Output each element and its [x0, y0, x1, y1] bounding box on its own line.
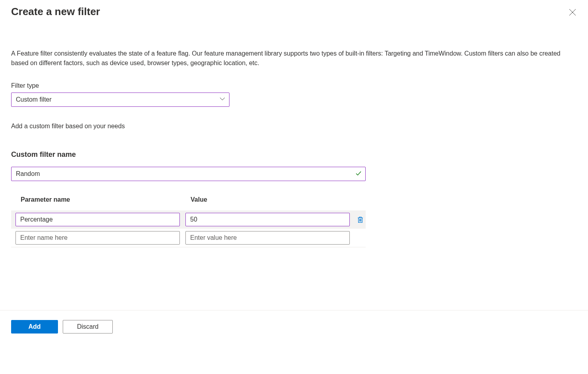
param-value-input-empty[interactable] — [185, 231, 350, 245]
discard-button[interactable]: Discard — [63, 320, 113, 334]
column-header-value: Value — [191, 196, 207, 203]
filter-type-select[interactable]: Custom filter — [11, 93, 229, 107]
param-name-input-empty[interactable] — [15, 231, 180, 245]
filter-type-label: Filter type — [11, 82, 577, 89]
column-header-name: Parameter name — [21, 196, 191, 203]
custom-filter-name-heading: Custom filter name — [11, 150, 577, 159]
param-name-input[interactable] — [15, 213, 180, 226]
delete-icon[interactable] — [355, 215, 365, 224]
divider — [11, 247, 366, 247]
description-text: A Feature filter consistently evaluates … — [11, 49, 577, 68]
param-value-input[interactable] — [185, 213, 350, 226]
param-row-empty — [11, 229, 366, 247]
param-row — [11, 210, 366, 229]
subtext: Add a custom filter based on your needs — [11, 123, 577, 130]
filter-type-value: Custom filter — [16, 96, 52, 103]
add-button[interactable]: Add — [11, 320, 58, 334]
close-icon[interactable] — [569, 9, 576, 16]
check-icon — [355, 170, 362, 178]
custom-filter-name-input[interactable] — [11, 167, 366, 181]
page-title: Create a new filter — [11, 6, 100, 18]
